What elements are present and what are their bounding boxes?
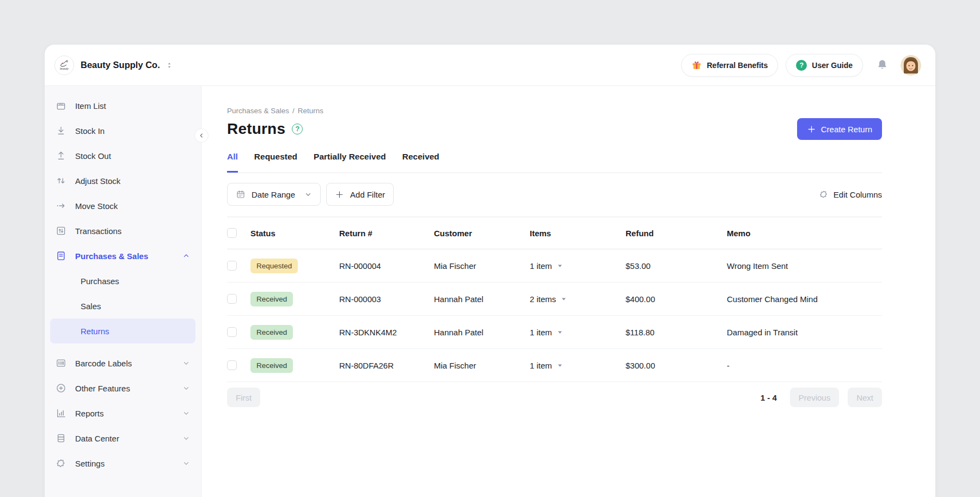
sidebar-item-stock-out[interactable]: Stock Out: [50, 143, 195, 168]
select-all-checkbox[interactable]: [227, 228, 237, 238]
user-guide-button[interactable]: ? User Guide: [786, 54, 863, 77]
sidebar-item-purchases-and-sales[interactable]: Purchases & Sales: [50, 243, 195, 268]
referral-benefits-button[interactable]: Referral Benefits: [681, 54, 778, 77]
company-name: Beauty Supply Co.: [81, 60, 160, 70]
add-filter-button[interactable]: Add Filter: [326, 183, 394, 206]
main-content: Purchases & Sales/Returns Returns ? Crea…: [201, 86, 935, 497]
tab-all[interactable]: All: [227, 152, 238, 173]
edit-columns-button[interactable]: Edit Columns: [819, 189, 882, 199]
edit-columns-label: Edit Columns: [834, 190, 882, 199]
next-page-button[interactable]: Next: [848, 388, 882, 407]
status-tabs: All Requested Partially Received Receive…: [227, 152, 882, 173]
chevron-down-icon: [182, 434, 190, 442]
table-row[interactable]: Requested RN-000004 Mia Fischer 1 item $…: [227, 249, 882, 283]
memo-cell: Customer Changed Mind: [727, 294, 882, 304]
table-row[interactable]: Received RN-80DFA26R Mia Fischer 1 item …: [227, 349, 882, 382]
refund-cell: $118.80: [626, 328, 727, 337]
sidebar-item-label: Barcode Labels: [75, 359, 132, 368]
create-return-button[interactable]: Create Return: [797, 118, 882, 140]
column-header-customer[interactable]: Customer: [434, 229, 530, 238]
sidebar-item-returns[interactable]: Returns: [50, 318, 195, 343]
items-dropdown-cell[interactable]: 1 item: [530, 261, 626, 271]
tab-requested[interactable]: Requested: [254, 152, 297, 173]
table-header-row: Status Return # Customer Items Refund Me…: [227, 217, 882, 249]
triangle-down-icon: [556, 362, 564, 369]
customer-cell: Hannah Patel: [434, 294, 530, 304]
dot-arrow-right-icon: [56, 200, 66, 211]
top-bar: beauty Beauty Supply Co. Referral Benefi…: [45, 45, 935, 86]
sidebar-item-purchases[interactable]: Purchases: [50, 268, 195, 293]
memo-cell: Damaged in Transit: [727, 328, 882, 337]
plus-icon: [807, 125, 816, 134]
status-badge: Received: [250, 358, 293, 373]
sidebar-item-adjust-stock[interactable]: Adjust Stock: [50, 168, 195, 193]
items-dropdown-cell[interactable]: 2 items: [530, 294, 626, 304]
create-return-label: Create Return: [821, 125, 872, 134]
triangle-down-icon: [560, 296, 567, 303]
invoice-icon: [56, 250, 66, 261]
sidebar-item-other-features[interactable]: Other Features: [50, 376, 195, 401]
transactions-icon: [56, 225, 66, 236]
calendar-icon: [236, 189, 246, 199]
first-page-button[interactable]: First: [227, 388, 260, 407]
items-count: 1 item: [530, 328, 552, 337]
column-header-status[interactable]: Status: [250, 229, 339, 238]
gift-icon: [691, 60, 702, 70]
return-number-cell: RN-80DFA26R: [339, 361, 434, 370]
company-switcher[interactable]: [166, 61, 173, 70]
sidebar-item-label: Item List: [75, 101, 106, 111]
question-circle-icon: ?: [796, 60, 807, 71]
returns-table: Status Return # Customer Items Refund Me…: [227, 217, 882, 382]
user-avatar[interactable]: [901, 55, 921, 76]
row-checkbox[interactable]: [227, 294, 237, 304]
sidebar-item-stock-in[interactable]: Stock In: [50, 118, 195, 143]
sidebar-item-transactions[interactable]: Transactions: [50, 218, 195, 243]
items-count: 2 items: [530, 294, 556, 304]
sidebar-item-item-list[interactable]: Item List: [50, 93, 195, 118]
chevron-down-icon: [182, 409, 190, 417]
column-header-return-no[interactable]: Return #: [339, 229, 434, 238]
items-count: 1 item: [530, 361, 552, 370]
sidebar-item-data-center[interactable]: Data Center: [50, 426, 195, 451]
table-row[interactable]: Received RN-000003 Hannah Patel 2 items …: [227, 283, 882, 316]
sidebar-item-label: Data Center: [75, 434, 119, 443]
tab-received[interactable]: Received: [402, 152, 439, 173]
gear-icon: [56, 458, 66, 469]
sidebar-item-sales[interactable]: Sales: [50, 293, 195, 318]
chevron-up-icon: [182, 252, 190, 260]
page-title: Returns: [227, 120, 285, 138]
sidebar-item-label: Stock In: [75, 126, 105, 136]
items-count: 1 item: [530, 261, 552, 271]
sidebar-item-label: Returns: [81, 327, 109, 336]
breadcrumb-parent[interactable]: Purchases & Sales: [227, 107, 289, 115]
table-row[interactable]: Received RN-3DKNK4M2 Hannah Patel 1 item…: [227, 316, 882, 349]
sidebar-item-move-stock[interactable]: Move Stock: [50, 193, 195, 218]
database-icon: [56, 433, 66, 444]
sidebar-item-settings[interactable]: Settings: [50, 451, 195, 476]
sidebar-group-gap: [45, 343, 201, 351]
previous-page-button[interactable]: Previous: [790, 388, 839, 407]
chevron-down-icon: [182, 459, 190, 467]
row-checkbox[interactable]: [227, 327, 237, 337]
sidebar-item-barcode-labels[interactable]: Barcode Labels: [50, 351, 195, 376]
column-header-memo[interactable]: Memo: [727, 229, 882, 238]
chevron-left-icon: [198, 132, 205, 139]
column-header-items[interactable]: Items: [530, 229, 626, 238]
row-checkbox[interactable]: [227, 261, 237, 271]
help-icon[interactable]: ?: [292, 124, 303, 134]
sidebar-collapse-button[interactable]: [194, 128, 209, 143]
refund-cell: $400.00: [626, 294, 727, 304]
date-range-filter[interactable]: Date Range: [227, 183, 321, 206]
items-dropdown-cell[interactable]: 1 item: [530, 328, 626, 337]
row-checkbox[interactable]: [227, 360, 237, 370]
sidebar-item-label: Transactions: [75, 226, 121, 236]
sidebar-item-reports[interactable]: Reports: [50, 401, 195, 426]
sidebar-item-label: Purchases & Sales: [75, 251, 148, 261]
notifications-bell-icon[interactable]: [876, 59, 889, 71]
items-dropdown-cell[interactable]: 1 item: [530, 361, 626, 370]
barcode-icon: [56, 358, 66, 369]
plus-icon: [335, 190, 344, 199]
tab-partially-received[interactable]: Partially Received: [314, 152, 386, 173]
add-filter-label: Add Filter: [350, 190, 385, 199]
column-header-refund[interactable]: Refund: [626, 229, 727, 238]
